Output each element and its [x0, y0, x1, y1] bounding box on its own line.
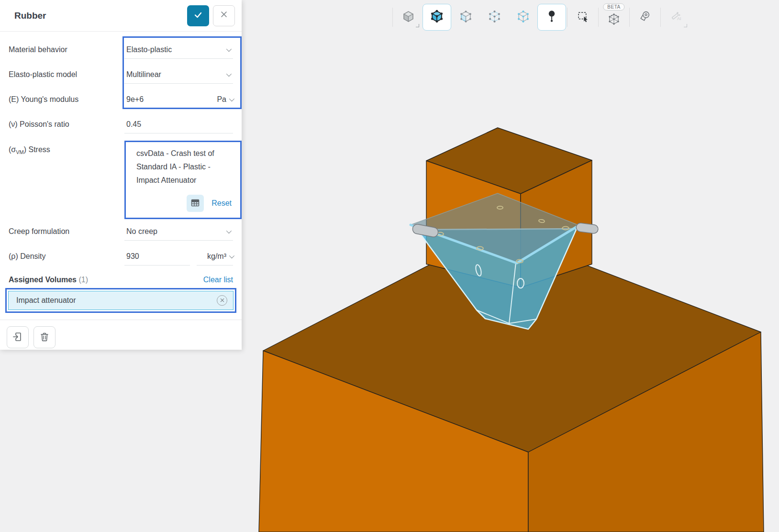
creep-formulation-select[interactable]: No creep — [124, 222, 233, 241]
field-row-stress: (σVM) Stress csvData - Crash test of Sta… — [0, 137, 242, 219]
close-button[interactable] — [213, 5, 235, 26]
expander-corner-icon — [684, 24, 687, 27]
assigned-volumes-title: Assigned Volumes — [9, 276, 77, 284]
table-icon — [190, 198, 200, 209]
select-edges-icon — [488, 10, 501, 25]
close-icon — [220, 298, 224, 303]
select-value: Elasto-plastic — [126, 45, 172, 54]
delete-material-button[interactable] — [33, 326, 56, 348]
check-icon — [193, 10, 203, 21]
viewer-toolbar: BETA — [391, 3, 690, 32]
chevron-down-icon — [226, 71, 232, 76]
trash-icon — [39, 332, 50, 344]
import-assignment-button[interactable] — [7, 326, 29, 348]
field-row-density: (ρ) Density 930 kg/m³ — [0, 244, 242, 269]
field-label: (ν) Poisson's ratio — [9, 120, 124, 129]
ai-assistant-button[interactable]: AI — [662, 4, 690, 31]
measure-tool-icon — [639, 10, 652, 25]
panel-header: Rubber — [0, 0, 242, 32]
material-behavior-select[interactable]: Elasto-plastic — [124, 41, 233, 59]
input-value: 9e+6 — [126, 95, 144, 104]
elasto-plastic-model-select[interactable]: Multilinear — [124, 66, 233, 84]
view-mode-cube-button[interactable] — [394, 4, 423, 31]
toolbar-divider — [392, 8, 393, 27]
unit-value: kg/m³ — [207, 252, 226, 261]
field-label: (ρ) Density — [9, 252, 124, 261]
material-panel: Rubber Material behavior Elasto-plastic — [0, 0, 242, 350]
view-mode-cube-icon — [402, 10, 415, 25]
field-label: Elasto-plastic model — [9, 70, 124, 79]
ai-label: AI — [677, 16, 681, 21]
chevron-down-icon — [229, 253, 234, 258]
select-volumes-icon — [430, 10, 444, 25]
remove-volume-button[interactable] — [217, 295, 227, 306]
input-value: 930 — [126, 252, 139, 261]
assigned-volumes-count: (1) — [78, 276, 88, 284]
clear-list-link[interactable]: Clear list — [203, 276, 233, 284]
chevron-down-icon — [229, 96, 234, 101]
mesh-quality-button[interactable]: BETA — [600, 4, 628, 31]
toolbar-divider — [598, 8, 599, 27]
chevron-down-icon — [226, 46, 232, 51]
box-select-button[interactable] — [568, 4, 597, 31]
field-label: (σVM) Stress — [9, 141, 124, 219]
box-select-icon — [577, 10, 590, 25]
youngs-modulus-input[interactable]: 9e+6 — [124, 90, 197, 109]
beta-badge: BETA — [603, 3, 624, 11]
select-vertices-button[interactable] — [509, 4, 537, 31]
field-row-poissons-ratio: (ν) Poisson's ratio 0.45 — [0, 112, 242, 137]
input-value: 0.45 — [126, 120, 141, 129]
select-faces-icon — [459, 10, 472, 25]
open-table-button[interactable] — [187, 195, 204, 212]
poissons-ratio-input[interactable]: 0.45 — [124, 115, 233, 133]
select-value: No creep — [126, 227, 157, 236]
panel-footer — [0, 320, 242, 355]
select-value: Multilinear — [126, 70, 161, 79]
stress-table-name: csvData - Crash test of Standard IA - Pl… — [136, 147, 232, 187]
field-row-creep: Creep formulation No creep — [0, 219, 242, 244]
assigned-volumes-header: Assigned Volumes (1) Clear list — [0, 269, 242, 288]
chevron-down-icon — [226, 228, 232, 233]
field-label: Creep formulation — [9, 227, 124, 236]
select-edges-button[interactable] — [480, 4, 509, 31]
field-label: (E) Young's modulus — [9, 95, 124, 104]
close-icon — [220, 11, 228, 21]
stress-table-highlight: csvData - Crash test of Standard IA - Pl… — [124, 141, 242, 219]
field-label: Material behavior — [9, 45, 124, 54]
field-row-material-behavior: Material behavior Elasto-plastic — [0, 37, 242, 62]
select-vertices-icon — [517, 10, 530, 25]
volume-name: Impact attenuator — [16, 296, 76, 305]
toolbar-divider — [660, 8, 661, 27]
panel-title: Rubber — [14, 11, 46, 21]
measure-tool-button[interactable] — [631, 4, 659, 31]
probe-point-button[interactable] — [537, 4, 566, 31]
toolbar-divider — [567, 8, 568, 27]
field-row-youngs-modulus: (E) Young's modulus 9e+6 Pa — [0, 87, 242, 112]
probe-point-icon — [545, 10, 558, 25]
youngs-modulus-unit-select[interactable]: Pa — [203, 90, 233, 109]
import-document-icon — [12, 332, 23, 344]
apply-button[interactable] — [187, 5, 209, 26]
unit-value: Pa — [217, 95, 226, 104]
expander-corner-icon — [416, 24, 419, 27]
select-volumes-button[interactable] — [423, 4, 451, 31]
density-input[interactable]: 930 — [124, 247, 190, 266]
select-faces-button[interactable] — [451, 4, 480, 31]
ai-assistant-icon: AI — [669, 9, 683, 25]
toolbar-divider — [629, 8, 630, 27]
reset-table-link[interactable]: Reset — [211, 199, 232, 208]
field-row-elasto-plastic-model: Elasto-plastic model Multilinear — [0, 62, 242, 87]
assigned-volume-item[interactable]: Impact attenuator — [8, 291, 234, 310]
density-unit-select[interactable]: kg/m³ — [197, 247, 233, 266]
assigned-volume-highlight: Impact attenuator — [5, 288, 236, 313]
